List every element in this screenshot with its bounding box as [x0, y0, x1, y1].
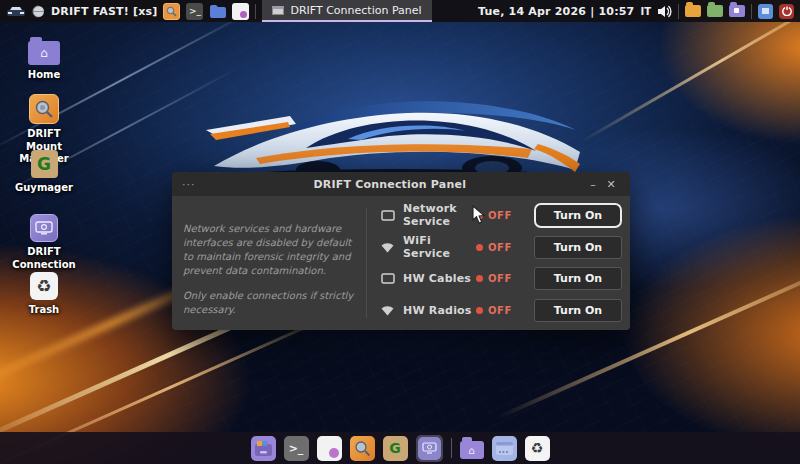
separator	[678, 4, 679, 19]
workspace-purple-icon[interactable]	[729, 5, 745, 17]
workspace-orange-icon[interactable]	[685, 5, 701, 17]
turn-on-button-hw-cables[interactable]: Turn On	[534, 267, 622, 290]
turn-on-button-hw-radios[interactable]: Turn On	[534, 299, 622, 322]
separator	[255, 4, 256, 19]
mouse-cursor	[472, 205, 487, 225]
service-label: HW Cables	[403, 272, 471, 285]
taskbar-window-button[interactable]: DRIFT Connection Panel	[262, 0, 431, 22]
status-dot	[476, 307, 483, 314]
dock-connection-panel-icon[interactable]	[418, 437, 441, 460]
ethernet-icon	[380, 210, 395, 221]
power-icon[interactable]	[779, 4, 794, 19]
status-dot	[476, 244, 483, 251]
dock-text-editor-icon[interactable]	[317, 436, 342, 461]
status-badge: OFF	[476, 305, 534, 316]
wifi-icon	[380, 305, 395, 316]
turn-on-button-wifi[interactable]: Turn On	[534, 236, 622, 259]
row-hw-radios: HW Radios OFF Turn On	[380, 298, 622, 323]
separator	[751, 4, 752, 19]
terminal-launcher-icon[interactable]: >_	[186, 3, 203, 20]
dock-file-cabinet-icon[interactable]	[251, 436, 276, 461]
clock[interactable]: Tue, 14 Apr 2026 | 10:57	[478, 5, 634, 18]
menu-label[interactable]: DRIFT FAST! [xs]	[51, 5, 157, 18]
desktop-icon-trash[interactable]: ♻ Trash	[12, 272, 76, 317]
desktop-icon-guymager[interactable]: G Guymager	[12, 150, 76, 195]
wifi-icon	[380, 242, 395, 253]
dock-separator	[451, 438, 452, 458]
screen-tray-icon[interactable]	[758, 4, 773, 19]
window-menu-dots[interactable]: ···	[182, 178, 196, 191]
dock-guymager-icon[interactable]: G	[383, 436, 408, 461]
service-label: WiFi Service	[403, 234, 476, 260]
drift-logo-icon[interactable]	[6, 5, 26, 18]
description-text: Network services and hardware interfaces…	[183, 222, 359, 317]
window-body: Network services and hardware interfaces…	[172, 196, 630, 330]
desktop-icon-label: Home	[28, 69, 60, 82]
desktop-icon-label: Guymager	[15, 182, 73, 195]
service-label: Network Service	[403, 202, 476, 228]
status-text: OFF	[488, 273, 512, 284]
desktop-icon-label: Trash	[29, 304, 59, 317]
turn-on-button-network[interactable]: Turn On	[534, 203, 622, 228]
row-network-service: Network Service OFF Turn On	[380, 203, 622, 228]
text-editor-launcher-icon[interactable]	[232, 3, 249, 20]
dock-terminal-icon[interactable]: >_	[284, 436, 309, 461]
dock-trash-icon[interactable]: ♻	[525, 436, 550, 461]
guymager-icon: G	[31, 150, 58, 178]
status-badge: OFF	[476, 242, 534, 253]
window-icon	[272, 6, 284, 15]
vertical-divider	[366, 208, 367, 318]
service-rows: Network Service OFF Turn On WiFi Service…	[380, 196, 622, 330]
dock-mount-manager-icon[interactable]	[350, 436, 375, 461]
mount-manager-launcher-icon[interactable]	[163, 3, 180, 20]
status-text: OFF	[488, 242, 512, 253]
mount-manager-icon	[29, 94, 59, 124]
taskbar: DRIFT FAST! [xs] >_ DRIFT Connection Pan…	[0, 0, 800, 22]
trash-icon: ♻	[30, 272, 58, 300]
dock: >_ G ⌂ ♻	[0, 432, 800, 464]
home-folder-icon: ⌂	[28, 41, 60, 65]
keyboard-layout-indicator[interactable]: IT	[640, 6, 651, 17]
close-button[interactable]: ✕	[602, 178, 620, 191]
ethernet-icon	[380, 273, 395, 284]
status-text: OFF	[488, 210, 512, 221]
status-dot	[476, 275, 483, 282]
window-title: DRIFT Connection Panel	[196, 178, 585, 191]
volume-icon[interactable]	[657, 5, 672, 18]
row-wifi-service: WiFi Service OFF Turn On	[380, 235, 622, 260]
globe-icon[interactable]	[32, 5, 45, 18]
status-badge: OFF	[476, 273, 534, 284]
dock-active-highlight	[416, 435, 443, 462]
connection-panel-icon	[30, 214, 58, 242]
dock-file-window-icon[interactable]	[492, 436, 517, 461]
minimize-button[interactable]: –	[584, 178, 602, 191]
status-text: OFF	[488, 305, 512, 316]
workspace-green-icon[interactable]	[707, 5, 723, 17]
desktop-icon-home[interactable]: ⌂ Home	[12, 36, 76, 82]
dock-home-folder-icon[interactable]: ⌂	[460, 441, 484, 459]
desktop-screen: DRIFT FAST! [xs] >_ DRIFT Connection Pan…	[0, 0, 800, 464]
service-label: HW Radios	[403, 304, 472, 317]
drift-connection-panel-window: ··· DRIFT Connection Panel – ✕ Network s…	[172, 172, 630, 330]
folder-launcher-icon[interactable]	[209, 3, 226, 20]
window-button-label: DRIFT Connection Panel	[290, 4, 421, 17]
row-hw-cables: HW Cables OFF Turn On	[380, 266, 622, 291]
window-titlebar[interactable]: ··· DRIFT Connection Panel – ✕	[172, 172, 630, 196]
